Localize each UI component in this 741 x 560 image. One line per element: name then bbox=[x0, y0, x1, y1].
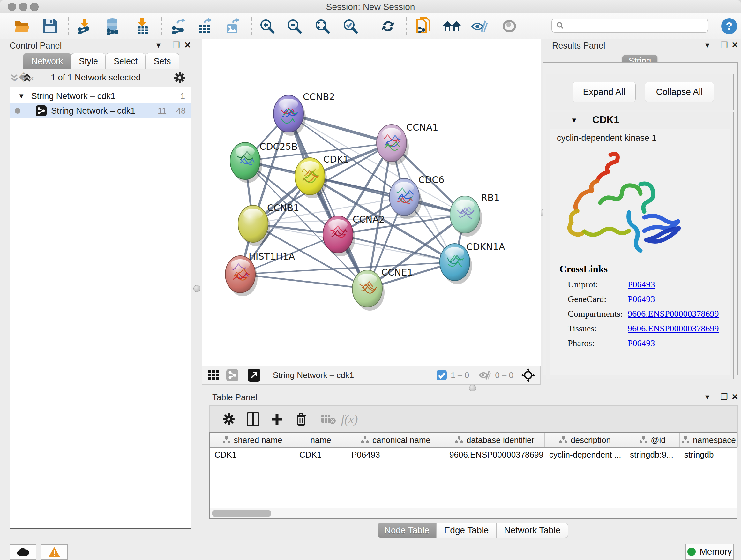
panel-menu-icon[interactable]: ▾ bbox=[156, 40, 160, 50]
export-network-icon[interactable] bbox=[171, 18, 187, 35]
node-CDKN1A[interactable]: CDKN1A bbox=[440, 241, 505, 284]
collapse-all-button[interactable]: Collapse All bbox=[645, 82, 714, 102]
network-row[interactable]: String Network – cdk1 11 48 bbox=[10, 104, 191, 118]
cell-namespace[interactable]: stringdb bbox=[680, 448, 738, 462]
window-title: Session: New Session bbox=[0, 2, 741, 12]
fit-content-crosshair-icon[interactable] bbox=[521, 368, 535, 382]
crosslink-link[interactable]: P06493 bbox=[628, 338, 655, 348]
tab-style[interactable]: Style bbox=[71, 53, 106, 69]
function-builder-icon[interactable]: f(x) bbox=[341, 412, 358, 426]
crosslink-link[interactable]: 9606.ENSP00000378699 bbox=[628, 323, 719, 334]
cell-name[interactable]: CDK1 bbox=[295, 448, 347, 462]
search-input[interactable] bbox=[564, 20, 693, 31]
crosslink-link[interactable]: 9606.ENSP00000378699 bbox=[628, 309, 719, 319]
cloud-status-button[interactable] bbox=[10, 544, 37, 560]
panel-float-icon[interactable]: ❐ bbox=[172, 40, 180, 50]
import-network-file-icon[interactable] bbox=[77, 18, 92, 35]
column-header-shared-name[interactable]: shared name bbox=[210, 433, 295, 447]
cell-database-identifier[interactable]: 9606.ENSP00000378699 bbox=[445, 448, 545, 462]
column-header-name[interactable]: name bbox=[295, 433, 347, 447]
import-network-database-icon[interactable] bbox=[104, 17, 121, 35]
network-canvas[interactable]: CCNB2CCNA1CDC25BCDK1CDC6RB1CCNB1CCNA2CDK… bbox=[202, 39, 541, 366]
panel-float-icon[interactable]: ❐ bbox=[720, 392, 728, 402]
zoom-out-icon[interactable] bbox=[286, 18, 302, 35]
tab-select[interactable]: Select bbox=[105, 53, 146, 69]
gene-expander-icon[interactable]: ▼ bbox=[570, 116, 578, 125]
show-columns-icon[interactable] bbox=[247, 412, 259, 426]
export-table-icon[interactable] bbox=[197, 18, 213, 35]
import-table-file-icon[interactable] bbox=[135, 17, 150, 35]
table-horizontal-scrollbar[interactable] bbox=[210, 508, 737, 518]
column-header-canonical-name[interactable]: canonical name bbox=[347, 433, 445, 447]
gene-section-header[interactable]: ▼ CDK1 bbox=[546, 112, 733, 128]
panel-float-icon[interactable]: ❐ bbox=[720, 40, 728, 50]
node-table[interactable]: shared namenamecanonical namedatabase id… bbox=[209, 432, 737, 519]
network-overview-share-icon[interactable] bbox=[226, 369, 239, 381]
crosslink-link[interactable]: P06493 bbox=[628, 279, 655, 290]
hide-selected-icon[interactable] bbox=[471, 19, 488, 34]
home-neighbors-icon[interactable] bbox=[442, 19, 461, 33]
node-RB1[interactable]: RB1 bbox=[450, 192, 500, 237]
zoom-selected-icon[interactable] bbox=[342, 18, 359, 35]
crosslink-link[interactable]: P06493 bbox=[628, 294, 655, 304]
node-CCNB1[interactable]: CCNB1 bbox=[238, 202, 299, 246]
selected-checkbox-icon[interactable] bbox=[436, 370, 447, 380]
panel-close-icon[interactable]: ✕ bbox=[184, 40, 191, 50]
node-CCNE1[interactable]: CCNE1 bbox=[352, 267, 413, 311]
delete-table-icon[interactable] bbox=[321, 414, 336, 425]
panel-menu-icon[interactable]: ▾ bbox=[705, 40, 710, 50]
export-image-icon[interactable] bbox=[225, 18, 241, 35]
control-panel: Control Panel ▾ ❐ ✕ NetworkStyleSelectSe… bbox=[0, 39, 192, 540]
open-in-window-icon[interactable] bbox=[248, 369, 260, 381]
tab-node-table[interactable]: Node Table bbox=[378, 523, 436, 538]
edge-HIST1H1A-CCNE1[interactable] bbox=[240, 274, 367, 289]
toolbar-separator bbox=[68, 17, 69, 35]
delete-column-trash-icon[interactable] bbox=[295, 412, 307, 426]
edge-CCNB2-CCNE1[interactable] bbox=[288, 114, 367, 289]
network-from-document-icon[interactable] bbox=[416, 17, 431, 35]
left-panel-divider[interactable] bbox=[192, 39, 202, 385]
panel-close-icon[interactable]: ✕ bbox=[731, 392, 738, 402]
tab-sets[interactable]: Sets bbox=[145, 53, 179, 69]
network-options-gear-icon[interactable] bbox=[174, 71, 186, 84]
network-collection-row[interactable]: ▼ String Network – cdk1 1 bbox=[10, 89, 191, 104]
tab-network[interactable]: Network bbox=[23, 53, 71, 69]
table-row[interactable]: CDK1CDK1P064939606.ENSP00000378699cyclin… bbox=[210, 448, 737, 462]
cell-shared-name[interactable]: CDK1 bbox=[210, 448, 295, 462]
memory-button[interactable]: Memory bbox=[685, 544, 734, 560]
cell-canonical-name[interactable]: P06493 bbox=[347, 448, 445, 462]
expand-all-button[interactable]: Expand All bbox=[572, 82, 636, 102]
cell--id[interactable]: stringdb:9... bbox=[625, 448, 680, 462]
panel-close-icon[interactable]: ✕ bbox=[731, 40, 738, 50]
zoom-fit-icon[interactable] bbox=[314, 18, 331, 35]
divider-handle[interactable] bbox=[193, 285, 200, 292]
toolbar-search-field[interactable] bbox=[551, 18, 709, 33]
scrollbar-thumb[interactable] bbox=[212, 510, 271, 517]
warnings-button[interactable] bbox=[41, 544, 68, 560]
column-header-description[interactable]: description bbox=[545, 433, 625, 447]
column-header-namespace[interactable]: namespace bbox=[680, 433, 738, 447]
save-session-icon[interactable] bbox=[43, 19, 57, 34]
node-CDC6[interactable]: CDC6 bbox=[389, 174, 444, 219]
zoom-in-icon[interactable] bbox=[259, 18, 275, 35]
tree-expander-icon[interactable]: ▼ bbox=[18, 92, 25, 100]
cell-description[interactable]: cyclin-dependent ... bbox=[545, 448, 625, 462]
tab-network-table[interactable]: Network Table bbox=[496, 523, 568, 538]
refresh-layout-icon[interactable] bbox=[380, 18, 396, 34]
open-session-icon[interactable] bbox=[14, 19, 30, 34]
help-icon[interactable]: ? bbox=[721, 17, 738, 35]
memory-status-dot bbox=[687, 548, 696, 556]
show-all-icon[interactable] bbox=[501, 19, 518, 33]
node-CDK1[interactable]: CDK1 bbox=[295, 154, 349, 198]
table-settings-gear-icon[interactable] bbox=[222, 413, 235, 426]
divider-handle[interactable] bbox=[469, 385, 476, 392]
hidden-eye-icon[interactable] bbox=[478, 370, 491, 380]
create-column-plus-icon[interactable] bbox=[271, 413, 283, 426]
node-CCNB2[interactable]: CCNB2 bbox=[273, 91, 335, 136]
tab-edge-table[interactable]: Edge Table bbox=[436, 523, 496, 538]
column-header-database-identifier[interactable]: database identifier bbox=[445, 433, 545, 447]
panel-menu-icon[interactable]: ▾ bbox=[705, 392, 710, 402]
column-header--id[interactable]: @id bbox=[625, 433, 680, 447]
birds-eye-grid-icon[interactable] bbox=[208, 369, 219, 381]
toolbar-separator bbox=[161, 17, 162, 35]
